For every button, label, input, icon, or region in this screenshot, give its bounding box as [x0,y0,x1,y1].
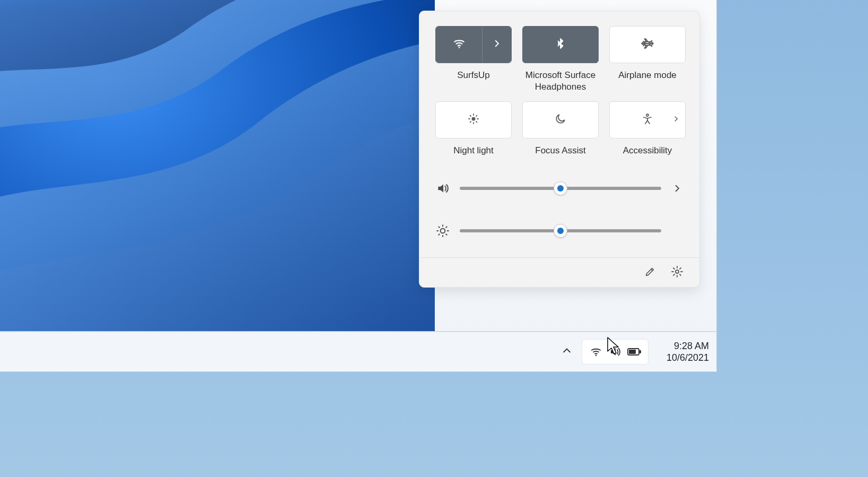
svg-line-19 [439,234,440,235]
wifi-toggle-button[interactable] [436,27,483,63]
system-tray[interactable] [582,339,648,365]
accessibility-label: Accessibility [623,145,672,157]
night-light-icon [467,112,480,127]
gear-icon [671,271,683,280]
svg-line-18 [446,234,447,235]
brightness-row [435,215,683,247]
wifi-toggle [435,26,512,63]
accessibility-toggle-button[interactable] [609,101,686,138]
svg-line-9 [470,122,471,122]
bluetooth-label: Microsoft Surface Headphones [522,70,599,93]
wifi-tile: SurfsUp [435,26,512,93]
volume-slider[interactable] [460,187,661,190]
svg-line-17 [439,227,440,228]
chevron-up-icon [562,345,572,358]
brightness-icon [435,224,450,238]
svg-line-8 [476,122,477,122]
desktop-stage: SurfsUp Microsoft Surface Headphones [0,0,868,477]
moon-icon [554,112,567,127]
bluetooth-icon [555,38,566,51]
brightness-slider-thumb[interactable] [554,224,567,238]
quick-settings-grid: SurfsUp Microsoft Surface Headphones [435,26,683,157]
airplane-toggle-button[interactable] [609,26,686,63]
chevron-right-icon [492,39,502,50]
volume-row [435,172,683,204]
tray-volume-icon[interactable] [608,345,622,358]
bluetooth-tile: Microsoft Surface Headphones [522,26,599,93]
svg-point-2 [472,117,476,121]
accessibility-tile: Accessibility [609,101,686,157]
night-light-tile: Night light [435,101,512,157]
focus-assist-label: Focus Assist [535,145,585,157]
svg-point-21 [676,270,679,273]
wallpaper [0,0,435,332]
svg-point-22 [595,355,597,356]
taskbar-clock[interactable]: 9:28 AM 10/6/2021 [667,340,709,364]
taskbar-time: 9:28 AM [667,340,709,352]
focus-assist-toggle-button[interactable] [522,101,599,138]
airplane-tile: Airplane mode [609,26,686,93]
svg-rect-25 [629,350,636,354]
svg-line-20 [446,227,447,228]
tray-overflow-button[interactable] [556,341,577,362]
svg-point-1 [458,47,460,48]
night-light-label: Night light [453,145,494,157]
wifi-icon [452,37,466,53]
tray-battery-icon[interactable] [627,346,642,357]
quick-settings-panel: SurfsUp Microsoft Surface Headphones [419,11,700,288]
volume-icon [435,181,450,195]
settings-button[interactable] [671,265,683,280]
taskbar: 9:28 AM 10/6/2021 [0,332,717,372]
svg-rect-24 [639,350,641,353]
volume-slider-thumb[interactable] [554,181,567,195]
edit-button[interactable] [644,266,656,280]
bluetooth-toggle-button[interactable] [522,26,599,63]
taskbar-date: 10/6/2021 [667,352,709,364]
accessibility-icon [641,112,654,127]
svg-point-11 [646,114,648,116]
wifi-label: SurfsUp [457,70,489,81]
wifi-expand-button[interactable] [483,27,511,63]
pencil-icon [644,270,656,279]
airplane-icon [641,37,654,53]
night-light-toggle-button[interactable] [435,101,512,138]
focus-assist-tile: Focus Assist [522,101,599,157]
tray-wifi-icon[interactable] [589,345,603,358]
chevron-right-icon [672,115,680,125]
svg-line-7 [470,116,471,116]
svg-line-10 [476,116,477,116]
quick-settings-footer [419,257,699,287]
svg-point-12 [441,229,445,233]
airplane-label: Airplane mode [618,70,677,81]
volume-output-button[interactable] [671,184,683,193]
brightness-slider[interactable] [460,229,661,232]
